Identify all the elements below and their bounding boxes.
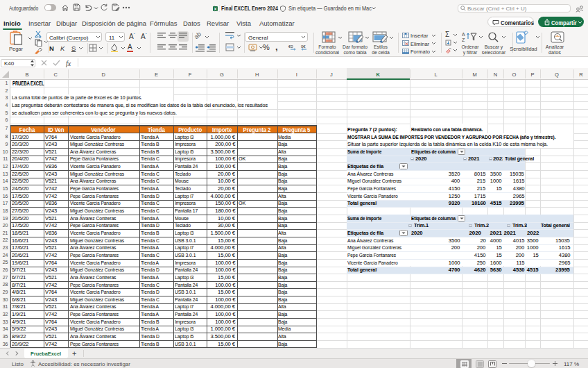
svg-text:A: A: [462, 32, 465, 37]
svg-text:0€: 0€: [301, 44, 306, 49]
svg-text:€0: €0: [288, 44, 293, 49]
svg-text:X: X: [214, 7, 216, 11]
svg-text:Z: Z: [462, 37, 465, 42]
